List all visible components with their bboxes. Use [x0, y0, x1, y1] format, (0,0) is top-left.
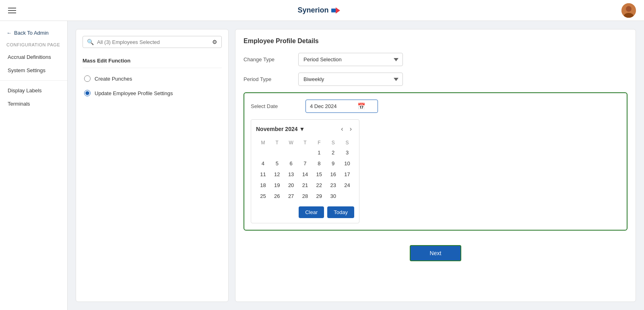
day-header-f: F — [312, 138, 326, 147]
month-year-button[interactable]: November 2024 ▼ — [256, 126, 305, 132]
mass-edit-section-label: Mass Edit Function — [83, 54, 222, 68]
calendar-day-20[interactable]: 20 — [284, 180, 298, 191]
sidebar: ← Back To Admin CONFIGURATION PAGE Accru… — [0, 21, 68, 310]
period-type-select[interactable]: Biweekly Weekly Monthly — [298, 73, 403, 86]
day-header-s2: S — [340, 138, 354, 147]
left-panel: 🔍 ⚙ Mass Edit Function Create Punches Up… — [76, 29, 229, 302]
calendar-day-5[interactable]: 5 — [270, 158, 284, 169]
month-year-label: November 2024 — [256, 126, 298, 132]
main-content: 🔍 ⚙ Mass Edit Function Create Punches Up… — [68, 21, 644, 310]
calendar-day-13[interactable]: 13 — [284, 169, 298, 180]
calendar-week-row: 11121314151617 — [256, 169, 354, 180]
employee-search-bar[interactable]: 🔍 ⚙ — [83, 36, 222, 48]
hamburger-menu[interactable] — [8, 8, 16, 13]
calendar-grid: M T W T F S S 12345678910111213141516171… — [256, 138, 354, 202]
radio-create-punches-label: Create Punches — [95, 76, 132, 82]
svg-rect-0 — [331, 8, 336, 12]
day-header-m: M — [256, 138, 270, 147]
sidebar-item-accrual[interactable]: Accrual Definitions — [0, 50, 67, 64]
calendar-day-11[interactable]: 11 — [256, 169, 270, 180]
next-month-button[interactable]: › — [347, 125, 354, 133]
calendar-day-14[interactable]: 14 — [298, 169, 312, 180]
change-type-row: Change Type Period Selection Date Range … — [244, 53, 627, 66]
next-row: Next — [244, 237, 627, 265]
day-headers-row: M T W T F S S — [256, 138, 354, 147]
brand-name: Synerion — [297, 6, 328, 15]
calendar-day-28[interactable]: 28 — [298, 191, 312, 202]
change-type-select[interactable]: Period Selection Date Range Single Date — [298, 53, 403, 66]
sidebar-item-terminals[interactable]: Terminals — [0, 97, 67, 110]
radio-update-profile-label: Update Employee Profile Settings — [95, 90, 173, 96]
filter-icon[interactable]: ⚙ — [212, 39, 217, 45]
calendar-day-29[interactable]: 29 — [312, 191, 326, 202]
day-header-t1: T — [270, 138, 284, 147]
period-type-row: Period Type Biweekly Weekly Monthly — [244, 73, 627, 86]
user-avatar[interactable] — [621, 3, 636, 18]
calendar-day-3[interactable]: 3 — [340, 147, 354, 158]
calendar-day-6[interactable]: 6 — [284, 158, 298, 169]
clear-button[interactable]: Clear — [299, 206, 324, 218]
day-header-s1: S — [326, 138, 340, 147]
radio-create-punches-input[interactable] — [84, 75, 91, 82]
calendar-week-row: 123 — [256, 147, 354, 158]
svg-point-3 — [626, 6, 632, 12]
calendar-day-4[interactable]: 4 — [256, 158, 270, 169]
calendar-day-23[interactable]: 23 — [326, 180, 340, 191]
calendar-day-25[interactable]: 25 — [256, 191, 270, 202]
calendar-day-12[interactable]: 12 — [270, 169, 284, 180]
calendar-week-row: 18192021222324 — [256, 180, 354, 191]
right-panel: Employee Profile Details Change Type Per… — [235, 29, 636, 302]
radio-create-punches[interactable]: Create Punches — [83, 71, 222, 86]
calendar-day-21[interactable]: 21 — [298, 180, 312, 191]
calendar-day-27[interactable]: 27 — [284, 191, 298, 202]
date-row: Select Date 📅 — [251, 100, 620, 113]
search-icon: 🔍 — [87, 39, 94, 45]
back-to-admin-link[interactable]: ← Back To Admin — [0, 27, 67, 41]
period-type-label: Period Type — [244, 76, 292, 82]
calendar-day-8[interactable]: 8 — [312, 158, 326, 169]
change-type-label: Change Type — [244, 56, 292, 62]
employee-search-input[interactable] — [97, 39, 209, 45]
radio-update-profile[interactable]: Update Employee Profile Settings — [83, 86, 222, 100]
panel-title: Employee Profile Details — [244, 37, 627, 45]
month-dropdown-icon: ▼ — [299, 126, 305, 132]
calendar-icon[interactable]: 📅 — [357, 102, 365, 110]
calendar-day-7[interactable]: 7 — [298, 158, 312, 169]
today-button[interactable]: Today — [327, 206, 354, 218]
calendar-day-9[interactable]: 9 — [326, 158, 340, 169]
calendar-day-22[interactable]: 22 — [312, 180, 326, 191]
sidebar-divider — [0, 80, 67, 81]
date-input-wrap[interactable]: 📅 — [305, 100, 378, 113]
back-arrow-icon: ← — [6, 30, 12, 36]
day-header-w: W — [284, 138, 298, 147]
calendar-day-2[interactable]: 2 — [326, 147, 340, 158]
prev-month-button[interactable]: ‹ — [339, 125, 345, 133]
calendar-day-16[interactable]: 16 — [326, 169, 340, 180]
calendar-day-1[interactable]: 1 — [312, 147, 326, 158]
calendar-day-19[interactable]: 19 — [270, 180, 284, 191]
day-header-t2: T — [298, 138, 312, 147]
calendar-popup: November 2024 ▼ ‹ › M T — [251, 119, 359, 223]
calendar-empty-cell — [270, 147, 284, 158]
sidebar-item-system[interactable]: System Settings — [0, 64, 67, 77]
main-layout: ← Back To Admin CONFIGURATION PAGE Accru… — [0, 21, 644, 310]
calendar-day-10[interactable]: 10 — [340, 158, 354, 169]
svg-marker-1 — [336, 7, 340, 14]
brand-icon — [331, 7, 340, 14]
next-button[interactable]: Next — [410, 245, 462, 261]
sidebar-item-display[interactable]: Display Labels — [0, 84, 67, 97]
calendar-day-15[interactable]: 15 — [312, 169, 326, 180]
calendar-empty-cell — [340, 191, 354, 202]
radio-update-profile-input[interactable] — [84, 90, 91, 96]
calendar-day-18[interactable]: 18 — [256, 180, 270, 191]
back-label: Back To Admin — [14, 30, 49, 36]
top-nav: Synerion — [0, 0, 644, 21]
date-input[interactable] — [310, 103, 354, 109]
calendar-empty-cell — [298, 147, 312, 158]
calendar-day-17[interactable]: 17 — [340, 169, 354, 180]
calendar-day-26[interactable]: 26 — [270, 191, 284, 202]
calendar-day-30[interactable]: 30 — [326, 191, 340, 202]
calendar-nav: ‹ › — [339, 125, 354, 133]
calendar-empty-cell — [256, 147, 270, 158]
calendar-day-24[interactable]: 24 — [340, 180, 354, 191]
